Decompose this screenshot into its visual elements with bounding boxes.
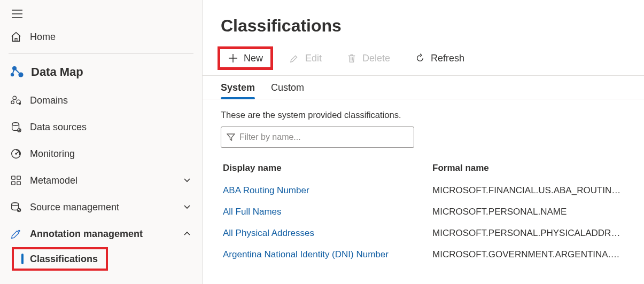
annotation-management-icon: [10, 227, 22, 240]
svg-rect-22: [17, 182, 20, 185]
col-formal-name[interactable]: Formal name: [432, 163, 626, 173]
nav-monitoring-label: Monitoring: [30, 148, 192, 160]
delete-icon: [346, 53, 357, 64]
nav-metamodel[interactable]: Metamodel: [0, 167, 202, 194]
edit-button: Edit: [281, 46, 330, 70]
data-map-icon: [10, 65, 25, 80]
table-row[interactable]: ABA Routing Number MICROSOFT.FINANCIAL.U…: [221, 180, 626, 201]
new-button[interactable]: New: [218, 46, 273, 70]
nav-domains-label: Domains: [30, 95, 192, 106]
nav-sub-classifications[interactable]: Classifications: [0, 247, 202, 271]
metamodel-icon: [10, 174, 22, 187]
row-display-link[interactable]: All Physical Addresses: [223, 228, 314, 238]
filter-input-wrap[interactable]: [221, 127, 414, 148]
data-sources-icon: [10, 121, 22, 133]
tab-system-label: System: [221, 82, 255, 93]
monitoring-icon: [10, 147, 22, 160]
filter-input[interactable]: [239, 132, 408, 142]
chevron-down-icon: [182, 202, 192, 212]
classifications-table: Display name Formal name ABA Routing Num…: [203, 154, 644, 265]
nav-data-sources[interactable]: Data sources: [0, 114, 202, 140]
filter-icon: [227, 133, 235, 141]
svg-line-7: [14, 68, 21, 75]
row-display-link[interactable]: Argentina National Identity (DNI) Number: [223, 249, 389, 259]
section-data-map[interactable]: Data Map: [0, 57, 202, 87]
nav-source-management-label: Source management: [30, 202, 182, 213]
hamburger-menu-button[interactable]: [7, 4, 27, 23]
row-formal-text: MICROSOFT.GOVERNMENT.ARGENTINA.DNI_…: [432, 249, 626, 260]
refresh-button-label: Refresh: [431, 53, 464, 64]
table-row[interactable]: All Physical Addresses MICROSOFT.PERSONA…: [221, 223, 626, 244]
tab-description: These are the system provided classifica…: [203, 99, 644, 127]
nav-monitoring[interactable]: Monitoring: [0, 140, 202, 167]
edit-button-label: Edit: [305, 53, 322, 64]
svg-point-12: [12, 123, 19, 126]
svg-rect-20: [17, 176, 20, 179]
row-formal-text: MICROSOFT.FINANCIAL.US.ABA_ROUTING_NU…: [432, 185, 626, 196]
hamburger-icon: [12, 10, 22, 18]
nav-home[interactable]: Home: [0, 23, 202, 50]
chevron-up-icon: [182, 228, 192, 239]
nav-source-management[interactable]: Source management: [0, 194, 202, 220]
new-button-label: New: [244, 53, 263, 64]
tabs: System Custom: [203, 76, 644, 99]
tab-system[interactable]: System: [221, 82, 255, 99]
page-title: Classifications: [203, 16, 644, 46]
nav-sub-classifications-label: Classifications: [30, 254, 98, 265]
delete-button-label: Delete: [362, 53, 390, 64]
row-display-link[interactable]: All Full Names: [223, 207, 282, 217]
selection-marker: [21, 254, 24, 264]
home-icon: [10, 30, 22, 43]
refresh-button[interactable]: Refresh: [406, 46, 473, 70]
plus-icon: [228, 53, 238, 64]
table-header: Display name Formal name: [221, 159, 626, 180]
svg-rect-19: [12, 176, 15, 179]
chevron-down-icon: [182, 175, 192, 186]
nav-metamodel-label: Metamodel: [30, 175, 182, 186]
nav-domains[interactable]: Domains: [0, 87, 202, 114]
nav-annotation-management[interactable]: Annotation management: [0, 220, 202, 247]
sidebar: Home Data Map: [0, 0, 202, 284]
main-content: Classifications New Edit: [202, 0, 644, 284]
source-management-icon: [10, 201, 22, 214]
delete-button: Delete: [338, 46, 399, 70]
svg-rect-21: [12, 182, 15, 185]
nav-annotation-management-label: Annotation management: [30, 228, 182, 240]
row-formal-text: MICROSOFT.PERSONAL.NAME: [432, 207, 626, 217]
section-data-map-label: Data Map: [31, 65, 83, 79]
nav-data-sources-label: Data sources: [30, 122, 192, 133]
sidebar-divider: [9, 53, 193, 54]
svg-line-18: [16, 152, 19, 154]
svg-point-11: [19, 102, 21, 105]
row-display-link[interactable]: ABA Routing Number: [223, 185, 309, 195]
svg-point-9: [11, 101, 14, 104]
tab-custom-label: Custom: [271, 82, 304, 93]
tab-custom[interactable]: Custom: [271, 82, 304, 99]
domains-icon: [10, 94, 22, 107]
svg-point-8: [13, 96, 16, 99]
col-display-name[interactable]: Display name: [221, 163, 432, 173]
edit-icon: [289, 53, 300, 64]
toolbar: New Edit Delete: [203, 46, 644, 75]
row-formal-text: MICROSOFT.PERSONAL.PHYSICALADDRESS: [432, 228, 626, 239]
table-row[interactable]: All Full Names MICROSOFT.PERSONAL.NAME: [221, 201, 626, 223]
table-row[interactable]: Argentina National Identity (DNI) Number…: [221, 244, 626, 265]
svg-point-23: [12, 203, 19, 206]
nav-home-label: Home: [30, 31, 192, 43]
refresh-icon: [415, 53, 425, 64]
